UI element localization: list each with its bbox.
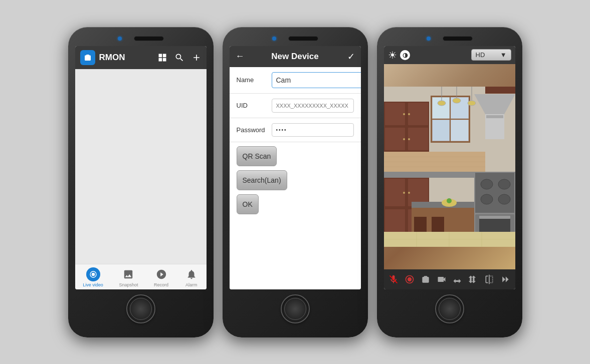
password-input[interactable] (272, 123, 354, 137)
svg-rect-47 (475, 173, 514, 213)
svg-rect-5 (408, 103, 428, 125)
back-button[interactable]: ← (236, 51, 245, 62)
arrows-horizontal-icon (452, 274, 462, 284)
svg-rect-6 (385, 128, 405, 150)
video-record-button[interactable] (435, 273, 449, 285)
svg-point-56 (447, 198, 452, 203)
snapshot-button[interactable] (419, 273, 433, 285)
svg-rect-19 (451, 120, 469, 141)
svg-point-11 (408, 138, 410, 140)
grid-icon[interactable] (157, 53, 167, 63)
snapshot-icon (123, 269, 134, 280)
svg-rect-36 (385, 179, 405, 206)
svg-point-64 (408, 277, 412, 281)
uid-label: UID (237, 102, 267, 109)
screen1-header: RMON (75, 46, 207, 69)
phone-3-screen: ☀ ◑ HD ▼ (384, 46, 515, 289)
microphone-icon (388, 274, 399, 284)
record-tab-icon (156, 269, 167, 280)
tab-snapshot[interactable]: Snapshot (119, 267, 138, 287)
screen2-form-body: Name UID Password QR Scan Search(Lan) OK (230, 67, 361, 289)
app-icon (80, 50, 95, 65)
home-ring-3 (439, 298, 461, 320)
mute-button[interactable] (386, 273, 401, 285)
live-video-icon (86, 267, 100, 281)
quality-dropdown[interactable]: HD ▼ (471, 49, 511, 61)
video-tab-icon (89, 270, 97, 278)
svg-point-29 (468, 101, 476, 106)
play-button[interactable] (498, 273, 512, 285)
camera-icon (83, 53, 92, 62)
svg-point-49 (498, 179, 510, 189)
svg-point-9 (408, 113, 410, 115)
phone-speaker (134, 36, 164, 41)
kitchen-svg (384, 64, 515, 269)
record-icon-wrap (154, 267, 168, 281)
check-button[interactable]: ✓ (347, 51, 355, 62)
svg-rect-23 (485, 87, 515, 94)
svg-point-51 (498, 194, 510, 204)
phone-2-top-bar (230, 36, 361, 41)
record-button[interactable] (403, 273, 417, 285)
tab-snapshot-label: Snapshot (119, 282, 138, 287)
svg-rect-54 (479, 216, 510, 219)
tab-live-video[interactable]: Live video (83, 267, 103, 287)
screen2-title: New Device (271, 52, 319, 62)
svg-rect-22 (486, 115, 503, 118)
header-icons (157, 53, 202, 63)
forward-icon (500, 274, 510, 284)
phone-3: ☀ ◑ HD ▼ (377, 27, 522, 337)
tab-record[interactable]: Record (154, 267, 168, 287)
camera-feed (384, 64, 515, 269)
phone-1-screen: RMON Live video (75, 46, 207, 289)
search-icon[interactable] (174, 53, 184, 63)
tab-alarm[interactable]: Alarm (184, 267, 199, 287)
chevron-down-icon: ▼ (500, 51, 507, 59)
password-label: Password (237, 126, 267, 134)
search-lan-button[interactable]: Search(Lan) (237, 170, 287, 190)
screen2-header: ← New Device ✓ (230, 46, 361, 67)
name-row: Name (230, 67, 361, 94)
svg-rect-34 (384, 172, 485, 178)
svg-point-48 (481, 179, 493, 189)
qr-scan-button[interactable]: QR Scan (237, 146, 277, 166)
phone-1: RMON Live video (68, 27, 214, 337)
password-row: Password (230, 118, 361, 142)
phone-1-home-button[interactable] (126, 294, 155, 323)
phone-2-screen: ← New Device ✓ Name UID Password QR Sc (230, 46, 361, 289)
name-input[interactable] (272, 72, 361, 88)
svg-point-50 (481, 194, 493, 204)
svg-rect-16 (432, 97, 450, 119)
front-camera-dot (118, 37, 122, 41)
pan-vertical-button[interactable] (466, 273, 480, 285)
arrows-vertical-icon (468, 274, 478, 284)
svg-rect-4 (385, 103, 405, 125)
uid-row: UID (230, 94, 361, 118)
phones-container: RMON Live video (68, 27, 522, 337)
phone-speaker-3 (443, 36, 473, 41)
pan-horizontal-button[interactable] (450, 273, 464, 285)
phone-2-home-button[interactable] (281, 294, 310, 323)
screen1-body (75, 69, 207, 264)
svg-point-27 (453, 98, 461, 103)
svg-point-0 (91, 272, 95, 276)
home-ring (130, 298, 152, 320)
svg-point-41 (408, 192, 410, 194)
alarm-tab-icon (186, 269, 197, 280)
brightness-icon[interactable]: ☀ (388, 49, 397, 61)
home-ring-2 (284, 298, 306, 320)
front-camera-dot-2 (272, 37, 276, 41)
uid-input[interactable] (272, 99, 354, 113)
flip-button[interactable] (482, 273, 496, 285)
svg-point-40 (403, 192, 405, 194)
screen1-footer: Live video Snapshot Record (75, 264, 207, 289)
screen3-header: ☀ ◑ HD ▼ (384, 46, 515, 64)
tab-record-label: Record (154, 282, 168, 287)
contrast-icon[interactable]: ◑ (400, 50, 410, 60)
name-label: Name (237, 76, 267, 84)
add-icon[interactable] (191, 53, 202, 63)
phone-3-home-button[interactable] (435, 294, 464, 323)
quality-label: HD (476, 51, 485, 59)
svg-rect-18 (432, 120, 450, 141)
ok-button[interactable]: OK (237, 194, 259, 214)
